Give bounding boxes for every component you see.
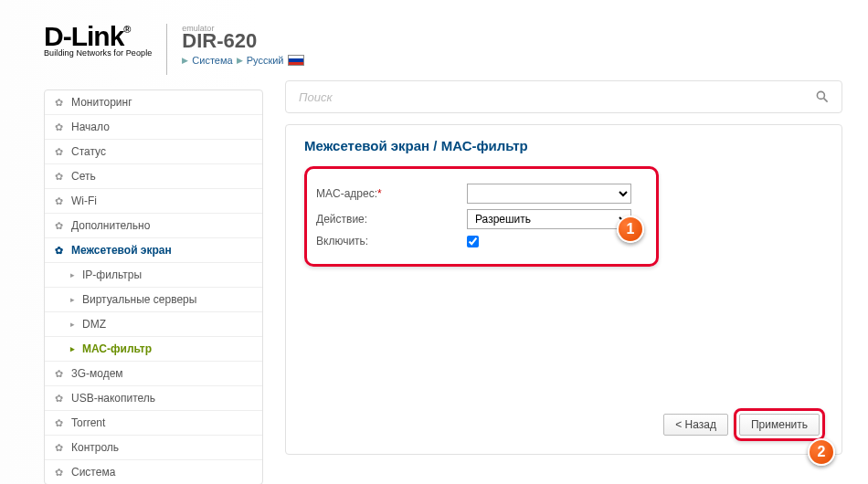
chevron-right-icon: ▸: [70, 345, 75, 353]
enable-checkbox[interactable]: [467, 236, 479, 247]
page-title: Межсетевой экран / МАС-фильтр: [304, 138, 823, 153]
sidebar-sub-macfilter[interactable]: ▸МАС-фильтр: [45, 337, 262, 362]
main-panel: Межсетевой экран / МАС-фильтр MAC-адрес:…: [285, 124, 842, 455]
sidebar-item-label: Система: [71, 466, 115, 479]
header-divider: [166, 24, 167, 75]
flag-ru-icon: [288, 55, 304, 66]
sidebar-item-label: Статус: [71, 145, 106, 158]
mac-address-label: MAC-адрес:*: [316, 187, 467, 200]
sidebar-item-label: Дополнительно: [71, 219, 150, 232]
gear-icon: ✿: [54, 394, 64, 404]
sidebar-item-firewall[interactable]: ✿Межсетевой экран: [45, 238, 262, 263]
header: D-Link® Building Networks for People emu…: [44, 18, 842, 80]
nav: ✿Мониторинг ✿Начало ✿Статус ✿Сеть ✿Wi-Fi…: [44, 89, 263, 484]
sidebar-item-system[interactable]: ✿Система: [45, 460, 262, 484]
gear-icon: ✿: [54, 98, 64, 108]
gear-icon: ✿: [54, 418, 64, 428]
sidebar-item-label: Виртуальные серверы: [82, 293, 196, 306]
chevron-right-icon: ▸: [70, 321, 75, 329]
svg-point-0: [817, 91, 824, 99]
breadcrumb: ▶ Система ▶ Русский: [182, 55, 303, 66]
model-label: DIR-620: [182, 31, 303, 51]
search-icon[interactable]: [814, 89, 831, 105]
sidebar-item-label: Torrent: [71, 416, 105, 429]
content: Межсетевой экран / МАС-фильтр MAC-адрес:…: [285, 80, 842, 484]
model-block: emulator DIR-620 ▶ Система ▶ Русский: [182, 18, 303, 66]
gear-icon: ✿: [54, 369, 64, 379]
button-row: < Назад Применить: [663, 408, 825, 441]
logo: D-Link® Building Networks for People: [44, 18, 152, 58]
apply-button[interactable]: Применить: [739, 414, 820, 436]
sidebar-item-label: Начало: [71, 121, 110, 133]
back-button[interactable]: < Назад: [663, 414, 728, 436]
search-box: [285, 80, 842, 113]
sidebar-item-control[interactable]: ✿Контроль: [45, 436, 262, 460]
gear-icon: ✿: [54, 196, 64, 206]
sidebar-sub-dmz[interactable]: ▸DMZ: [45, 312, 262, 337]
sidebar-item-label: Wi-Fi: [71, 195, 97, 207]
action-select[interactable]: Разрешить: [467, 209, 631, 229]
search-input[interactable]: [297, 89, 814, 105]
breadcrumb-language[interactable]: Русский: [247, 55, 284, 66]
chevron-right-icon: ▸: [70, 271, 75, 279]
sidebar-item-start[interactable]: ✿Начало: [45, 115, 262, 140]
apply-highlight-box: Применить: [734, 408, 825, 441]
sidebar-sub-ipfilters[interactable]: ▸IP-фильтры: [45, 263, 262, 288]
gear-icon: ✿: [54, 147, 64, 157]
sidebar-item-usb[interactable]: ✿USB-накопитель: [45, 386, 262, 411]
annotation-badge-2: 2: [808, 438, 835, 466]
chevron-right-icon: ▶: [237, 56, 243, 65]
sidebar-item-label: Контроль: [71, 441, 119, 454]
sidebar-item-label: Мониторинг: [71, 96, 132, 109]
form-highlight-box: MAC-адрес:* Действие: Разрешить Включить…: [304, 166, 659, 267]
breadcrumb-system[interactable]: Система: [192, 55, 232, 66]
brand-text: D-Link: [44, 21, 123, 51]
sidebar-item-label: Межсетевой экран: [71, 244, 172, 257]
gear-icon: ✿: [54, 246, 64, 256]
sidebar-item-label: IP-фильтры: [82, 268, 142, 281]
sidebar-item-label: Сеть: [71, 170, 96, 183]
svg-line-1: [824, 99, 828, 102]
sidebar-item-network[interactable]: ✿Сеть: [45, 164, 262, 189]
sidebar-item-3g[interactable]: ✿3G-модем: [45, 362, 262, 386]
sidebar: ✿Мониторинг ✿Начало ✿Статус ✿Сеть ✿Wi-Fi…: [44, 80, 263, 484]
sidebar-item-torrent[interactable]: ✿Torrent: [45, 411, 262, 436]
gear-icon: ✿: [54, 443, 64, 453]
sidebar-item-label: USB-накопитель: [71, 392, 155, 405]
enable-label: Включить:: [316, 235, 467, 247]
gear-icon: ✿: [54, 122, 64, 132]
annotation-badge-1: 1: [617, 216, 644, 243]
chevron-right-icon: ▶: [182, 56, 188, 65]
chevron-right-icon: ▸: [70, 296, 75, 304]
gear-icon: ✿: [54, 221, 64, 231]
gear-icon: ✿: [54, 172, 64, 182]
mac-address-select[interactable]: [467, 184, 631, 204]
sidebar-item-label: МАС-фильтр: [82, 342, 152, 355]
sidebar-item-wifi[interactable]: ✿Wi-Fi: [45, 189, 262, 214]
action-label: Действие:: [316, 213, 467, 226]
sidebar-sub-virtservers[interactable]: ▸Виртуальные серверы: [45, 288, 262, 312]
sidebar-item-label: DMZ: [82, 318, 106, 331]
sidebar-item-label: 3G-модем: [71, 367, 123, 380]
sidebar-item-advanced[interactable]: ✿Дополнительно: [45, 214, 262, 238]
sidebar-item-monitoring[interactable]: ✿Мониторинг: [45, 90, 262, 115]
gear-icon: ✿: [54, 468, 64, 478]
sidebar-item-status[interactable]: ✿Статус: [45, 140, 262, 164]
